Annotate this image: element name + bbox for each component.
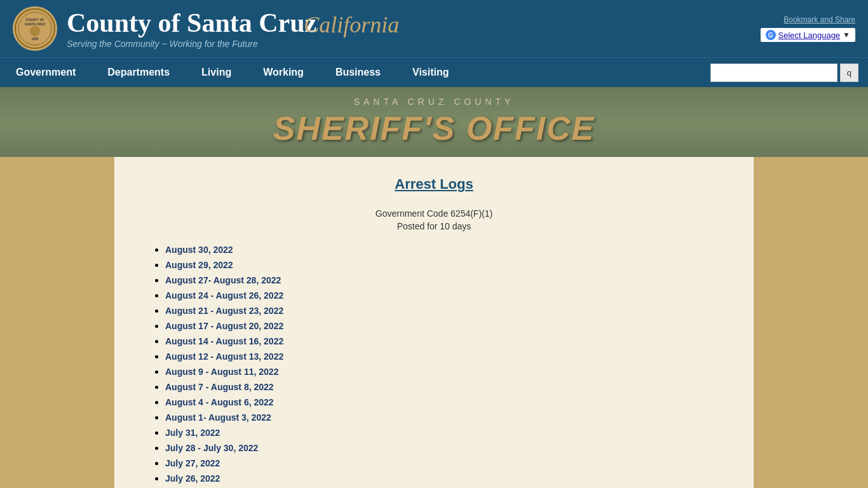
arrest-log-link[interactable]: August 1- August 3, 2022 bbox=[165, 412, 271, 423]
arrest-log-link[interactable]: August 17 - August 20, 2022 bbox=[165, 321, 283, 331]
county-name: County of Santa Cruz bbox=[67, 8, 316, 37]
arrest-log-link[interactable]: July 27, 2022 bbox=[165, 458, 220, 468]
nav-item-living[interactable]: Living bbox=[186, 58, 247, 87]
list-item: August 4 - August 6, 2022 bbox=[165, 396, 728, 408]
arrest-log-link[interactable]: August 29, 2022 bbox=[165, 260, 233, 270]
county-subtitle: Serving the Community ~ Working for the … bbox=[67, 39, 316, 49]
header-right: Bookmark and Share G Select Language ▼ bbox=[761, 15, 855, 42]
list-item: August 21 - August 23, 2022 bbox=[165, 305, 728, 316]
list-item: July 26, 2022 bbox=[165, 473, 728, 484]
list-item: August 30, 2022 bbox=[165, 244, 728, 255]
arrest-log-link[interactable]: August 27- August 28, 2022 bbox=[165, 275, 281, 285]
site-header: COUNTY OF SANTA CRUZ 1850 County of Sant… bbox=[0, 0, 868, 57]
svg-point-5 bbox=[30, 26, 40, 36]
bookmark-share-link[interactable]: Bookmark and Share bbox=[783, 15, 855, 24]
list-item: August 29, 2022 bbox=[165, 259, 728, 271]
nav-items: Government Departments Living Working Bu… bbox=[0, 58, 701, 87]
arrest-log-link[interactable]: August 21 - August 23, 2022 bbox=[165, 306, 283, 316]
nav-search: q bbox=[701, 58, 868, 87]
nav-item-working[interactable]: Working bbox=[247, 58, 320, 87]
arrest-logs-list: August 30, 2022August 29, 2022August 27-… bbox=[140, 244, 728, 488]
arrest-log-link[interactable]: August 9 - August 11, 2022 bbox=[165, 367, 278, 377]
banner-sheriff-text: SHERIFF'S OFFICE bbox=[0, 109, 868, 147]
banner-county-text: SANTA CRUZ COUNTY bbox=[0, 97, 868, 107]
county-seal: COUNTY OF SANTA CRUZ 1850 bbox=[13, 6, 57, 51]
nav-item-visiting[interactable]: Visiting bbox=[397, 58, 465, 87]
list-item: August 27- August 28, 2022 bbox=[165, 274, 728, 286]
list-item: August 9 - August 11, 2022 bbox=[165, 366, 728, 377]
arrest-log-link[interactable]: August 30, 2022 bbox=[165, 245, 233, 255]
arrest-log-link[interactable]: August 12 - August 13, 2022 bbox=[165, 351, 283, 362]
arrest-log-link[interactable]: July 31, 2022 bbox=[165, 428, 220, 438]
page-title: Arrest Logs bbox=[140, 176, 728, 193]
list-item: August 7 - August 8, 2022 bbox=[165, 381, 728, 393]
list-item: August 17 - August 20, 2022 bbox=[165, 320, 728, 332]
select-language-label[interactable]: Select Language bbox=[778, 30, 841, 40]
main-content: Arrest Logs Government Code 6254(F)(1) P… bbox=[114, 157, 754, 488]
nav-item-government[interactable]: Government bbox=[0, 58, 92, 87]
main-nav: Government Departments Living Working Bu… bbox=[0, 57, 868, 87]
svg-text:COUNTY OF: COUNTY OF bbox=[25, 18, 44, 22]
arrest-log-link[interactable]: August 4 - August 6, 2022 bbox=[165, 397, 274, 407]
search-input[interactable] bbox=[710, 64, 837, 82]
list-item: August 14 - August 16, 2022 bbox=[165, 336, 728, 347]
translate-bar[interactable]: G Select Language ▼ bbox=[761, 28, 855, 42]
arrest-log-link[interactable]: August 7 - August 8, 2022 bbox=[165, 382, 274, 392]
svg-text:1850: 1850 bbox=[31, 37, 38, 41]
nav-item-business[interactable]: Business bbox=[320, 58, 397, 87]
list-item: July 27, 2022 bbox=[165, 458, 728, 469]
arrest-log-link[interactable]: August 14 - August 16, 2022 bbox=[165, 336, 283, 346]
nav-item-departments[interactable]: Departments bbox=[92, 58, 186, 87]
translate-dropdown-arrow[interactable]: ▼ bbox=[843, 30, 850, 39]
seal-inner: COUNTY OF SANTA CRUZ 1850 bbox=[15, 8, 55, 49]
svg-text:SANTA CRUZ: SANTA CRUZ bbox=[25, 22, 45, 26]
california-text: California bbox=[304, 11, 399, 38]
arrest-log-link[interactable]: July 28 - July 30, 2022 bbox=[165, 443, 258, 453]
header-title: County of Santa Cruz California Serving … bbox=[67, 8, 316, 49]
list-item: July 31, 2022 bbox=[165, 427, 728, 438]
arrest-log-link[interactable]: August 24 - August 26, 2022 bbox=[165, 290, 283, 301]
list-item: August 1- August 3, 2022 bbox=[165, 412, 728, 423]
sheriff-banner: SANTA CRUZ COUNTY SHERIFF'S OFFICE bbox=[0, 87, 868, 157]
google-g-icon: G bbox=[766, 30, 776, 40]
posted-text: Posted for 10 days bbox=[140, 221, 728, 231]
header-left: COUNTY OF SANTA CRUZ 1850 County of Sant… bbox=[13, 6, 316, 51]
list-item: August 24 - August 26, 2022 bbox=[165, 290, 728, 301]
search-button[interactable]: q bbox=[840, 64, 858, 82]
arrest-log-link[interactable]: July 26, 2022 bbox=[165, 473, 220, 484]
gov-code-text: Government Code 6254(F)(1) bbox=[140, 208, 728, 219]
list-item: July 28 - July 30, 2022 bbox=[165, 442, 728, 454]
list-item: August 12 - August 13, 2022 bbox=[165, 351, 728, 362]
